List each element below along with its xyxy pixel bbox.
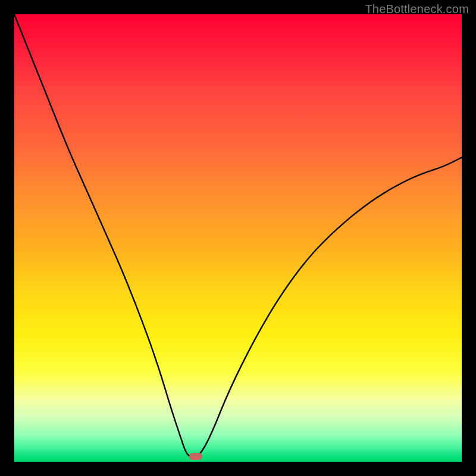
watermark-text: TheBottleneck.com xyxy=(365,2,469,16)
chart-frame: TheBottleneck.com xyxy=(0,0,476,476)
plot-area xyxy=(14,14,462,462)
bottleneck-curve xyxy=(14,14,462,462)
optimal-marker xyxy=(189,453,202,460)
